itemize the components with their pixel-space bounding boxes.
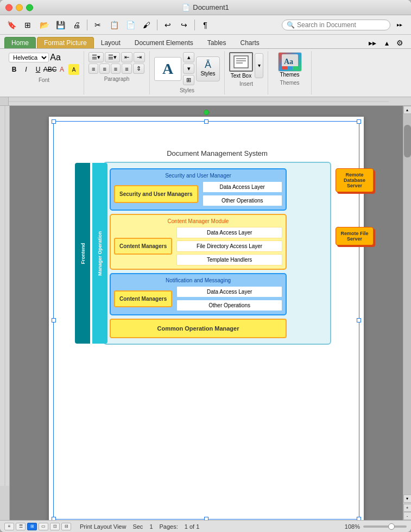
open-btn[interactable]: 📂 <box>37 18 51 32</box>
align-right-btn[interactable]: ≡ <box>111 64 121 74</box>
save-btn[interactable]: 💾 <box>53 18 67 32</box>
page-wrapper: Document Management System Frontend Mana… <box>10 106 403 520</box>
font-format-row: B I U ABC A A <box>9 64 79 75</box>
align-left-btn[interactable]: ≡ <box>88 64 98 74</box>
scroll-up-btn[interactable]: ▴ <box>403 106 412 114</box>
document-area: Document Management System Frontend Mana… <box>0 106 411 520</box>
para-inner: ☰▾ ☰▾ ⇤ ⇥ ≡ ≡ ≡ ≡ ⇕ <box>88 52 145 74</box>
tab-charts[interactable]: Charts <box>233 37 266 48</box>
underline-button[interactable]: U <box>33 64 43 75</box>
highlight-button[interactable]: A <box>68 64 79 75</box>
handle-tr[interactable] <box>357 119 361 124</box>
styles-group-label: Styles <box>180 87 194 93</box>
search-box: 🔍 <box>282 20 390 30</box>
rotate-handle[interactable] <box>204 110 209 115</box>
view-btn-2[interactable]: ☰ <box>16 523 26 530</box>
scroll-thumb-v[interactable] <box>404 125 411 157</box>
align-center-btn[interactable]: ≡ <box>99 64 109 74</box>
font-color-btn[interactable]: Aa <box>50 52 61 63</box>
home-icon-btn[interactable]: 🔖 <box>4 18 18 32</box>
textbox-icon[interactable] <box>229 52 253 72</box>
handle-tm[interactable] <box>204 119 208 124</box>
indent-increase-btn[interactable]: ⇥ <box>134 52 145 62</box>
insert-group-label: Insert <box>239 81 253 87</box>
tab-format-picture[interactable]: Format Picture <box>37 37 94 48</box>
maximize-button[interactable] <box>26 4 33 11</box>
tab-layout[interactable]: Layout <box>94 37 128 48</box>
new-btn[interactable]: ⊞ <box>21 18 35 32</box>
bar-manager: Manager Operation <box>92 163 108 344</box>
toolbar: 🔖 ⊞ 📂 💾 🖨 ✂ 📋 📄 🖌 ↩ ↪ ¶ 🔍 ▸▸ <box>0 15 411 35</box>
scroll-down-btn[interactable]: ▾ <box>403 495 412 503</box>
close-button[interactable] <box>5 4 12 11</box>
zoom-value: 108% <box>345 523 360 530</box>
redo-btn[interactable]: ↪ <box>177 18 191 32</box>
title-bar: 📄 Document1 <box>0 0 411 15</box>
ruler-v-svg <box>0 106 10 486</box>
zoom-thumb[interactable] <box>388 523 395 530</box>
cut-btn[interactable]: ✂ <box>91 18 105 32</box>
handle-ml[interactable] <box>52 318 56 322</box>
bold-button[interactable]: B <box>9 64 20 75</box>
tab-document-elements[interactable]: Document Elements <box>128 37 200 48</box>
ribbon-collapse[interactable]: ▴ <box>382 37 392 48</box>
remote-file-server: Remote File Server <box>336 227 374 245</box>
themes-icon[interactable]: Aa <box>278 52 302 72</box>
styles-more-btn[interactable]: ⊞ <box>183 75 194 85</box>
list-bullet-btn[interactable]: ☰▾ <box>88 52 104 62</box>
undo-btn[interactable]: ↩ <box>161 18 175 32</box>
ruler-vertical <box>0 106 10 520</box>
tab-tables[interactable]: Tables <box>200 37 233 48</box>
ribbon-more-tabs[interactable]: ▸▸ <box>365 37 380 48</box>
para-row2: ≡ ≡ ≡ ≡ ⇕ <box>88 64 145 74</box>
search-input[interactable] <box>297 21 384 29</box>
handle-bm[interactable] <box>204 517 208 520</box>
strikethrough-button[interactable]: ABC <box>45 64 55 75</box>
view-btn-6[interactable]: ⊟ <box>61 523 71 530</box>
paragraph-marks-btn[interactable]: ¶ <box>198 18 212 32</box>
zoom-slider[interactable] <box>363 525 407 528</box>
view-btn-5[interactable]: ⊡ <box>50 523 60 530</box>
handle-tl[interactable] <box>52 119 56 124</box>
styles-up-btn[interactable]: ▴ <box>183 52 194 62</box>
scroll-zoom-plus[interactable]: + <box>403 504 412 512</box>
justify-btn[interactable]: ≡ <box>122 64 131 74</box>
styles-btn-label: Styles <box>200 71 215 77</box>
themes-label: Themes <box>280 72 299 78</box>
view-btn-3[interactable]: ⊞ <box>27 523 37 530</box>
print-btn[interactable]: 🖨 <box>69 18 84 32</box>
paint-btn[interactable]: 🖌 <box>140 18 154 32</box>
font-group-label: Font <box>39 77 49 83</box>
font-name-row: Helvetica Aa <box>9 52 79 63</box>
tab-home[interactable]: Home <box>4 37 36 48</box>
styles-label-btn[interactable]: Ā Styles <box>196 56 220 81</box>
list-number-btn[interactable]: ☰▾ <box>105 52 120 62</box>
handle-mr[interactable] <box>357 318 361 322</box>
font-name-select[interactable]: Helvetica <box>9 53 49 62</box>
styles-controls: A ▴ ▾ ⊞ Ā Styles <box>154 52 220 85</box>
themes-controls: Aa Themes <box>278 52 302 78</box>
styles-down-btn[interactable]: ▾ <box>183 64 194 74</box>
more-btn[interactable]: ▸▸ <box>393 18 407 32</box>
minimize-button[interactable] <box>16 4 23 11</box>
view-btn-1[interactable]: ≡ <box>4 523 14 530</box>
document-scroll[interactable]: Document Management System Frontend Mana… <box>10 106 403 520</box>
font-color-a-button[interactable]: A <box>56 64 67 75</box>
copy-btn[interactable]: 📋 <box>107 18 121 32</box>
indent-decrease-btn[interactable]: ⇤ <box>121 52 132 62</box>
italic-button[interactable]: I <box>21 64 31 75</box>
view-btn-4[interactable]: ▭ <box>39 523 48 530</box>
ribbon-group-font: Helvetica Aa B I U ABC A A Font <box>4 51 84 94</box>
scroll-track-v[interactable] <box>403 114 411 495</box>
line-spacing-btn[interactable]: ⇕ <box>133 64 144 74</box>
ribbon-settings[interactable]: ⚙ <box>393 37 407 48</box>
styles-preview[interactable]: A <box>154 57 181 81</box>
handle-bl[interactable] <box>52 517 56 520</box>
scroll-zoom-minus[interactable]: - <box>403 512 412 520</box>
status-pages-value: 1 of 1 <box>185 523 200 530</box>
insert-more-btn[interactable]: ▾ <box>255 53 263 78</box>
handle-br[interactable] <box>357 517 361 520</box>
bar-frontend: Frontend <box>75 163 90 344</box>
content-module: Content Manager Module Content Managers … <box>110 214 287 270</box>
paste-btn[interactable]: 📄 <box>123 18 137 32</box>
